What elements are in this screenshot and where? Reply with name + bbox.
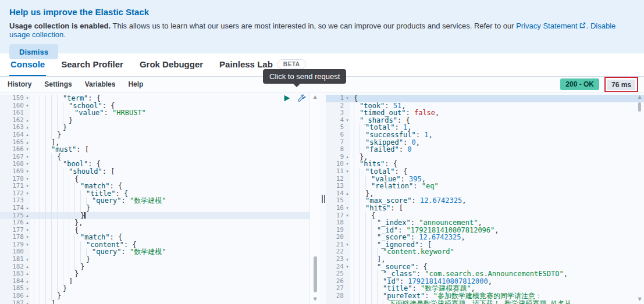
scroll-down-arrow[interactable]: ▼ xyxy=(310,297,320,302)
request-editor[interactable]: 159▾"term": {160▾"school": {161"value": … xyxy=(0,92,309,304)
menu-settings[interactable]: Settings xyxy=(38,80,78,88)
line-number: 166 xyxy=(12,146,24,153)
scroll-up-arrow[interactable]: ▲ xyxy=(310,95,320,99)
code-line: 26"id": 1792181410807812000, xyxy=(326,278,644,285)
code-content: "query": "数学建模" xyxy=(30,248,309,256)
code-content: "match": { xyxy=(30,234,309,241)
line-number: 161 xyxy=(12,109,24,117)
scrollbar-thumb[interactable] xyxy=(638,102,641,112)
code-content: "title": { xyxy=(30,190,309,198)
fold-toggle-icon[interactable]: ▾ xyxy=(24,102,30,110)
resizer-grip-icon xyxy=(322,195,325,203)
code-line: 184▴] xyxy=(0,278,309,285)
privacy-statement-link[interactable]: Privacy Statement xyxy=(516,22,578,30)
scroll-up-arrow[interactable]: ▲ xyxy=(635,95,644,99)
fold-toggle-icon[interactable]: ▴ xyxy=(24,139,30,146)
fold-toggle-icon[interactable]: ▴ xyxy=(24,124,30,131)
usage-collection-banner: Help us improve the Elastic Stack Usage … xyxy=(0,0,644,53)
line-number: 13 xyxy=(336,183,344,190)
line-number: 187 xyxy=(12,300,24,304)
line-number: 176 xyxy=(12,219,24,227)
fold-toggle-icon[interactable]: ▾ xyxy=(344,160,350,168)
fold-toggle-icon[interactable]: ▾ xyxy=(344,205,350,212)
pane-resizer[interactable] xyxy=(320,92,326,304)
fold-toggle-icon[interactable]: ▴ xyxy=(344,256,350,263)
code-content: { xyxy=(30,227,309,234)
tab-grok-debugger[interactable]: Grok Debugger xyxy=(138,53,204,76)
fold-toggle-icon[interactable]: ▴ xyxy=(24,278,30,285)
menu-variables[interactable]: Variables xyxy=(79,80,122,88)
banner-separator: . xyxy=(586,22,590,30)
line-number: 164 xyxy=(12,131,24,139)
fold-toggle-icon[interactable]: ▾ xyxy=(344,263,350,271)
fold-toggle-icon[interactable]: ▴ xyxy=(24,263,30,271)
banner-text: This allows us to learn what our users a… xyxy=(111,22,516,30)
fold-toggle-icon[interactable]: ▾ xyxy=(344,117,350,124)
code-line: 168▾"bool": { xyxy=(0,160,309,168)
fold-toggle-icon[interactable]: ▾ xyxy=(344,95,350,102)
code-line: 159▾"term": { xyxy=(0,95,309,102)
fold-toggle-icon[interactable]: ▾ xyxy=(24,146,30,153)
fold-toggle-icon[interactable]: ▾ xyxy=(24,183,30,190)
fold-toggle-icon[interactable]: ▴ xyxy=(24,256,30,263)
menu-history[interactable]: History xyxy=(1,80,38,88)
line-number: 6 xyxy=(340,131,344,139)
code-content: "must": [ xyxy=(30,146,309,153)
fold-toggle-icon[interactable]: ▾ xyxy=(344,212,350,220)
tab-console[interactable]: Console xyxy=(9,53,46,76)
send-request-button[interactable] xyxy=(282,94,291,103)
banner-title: Help us improve the Elastic Stack xyxy=(9,7,635,17)
fold-toggle-icon[interactable]: ▾ xyxy=(344,241,350,249)
line-number: 183 xyxy=(12,270,24,278)
fold-toggle-icon[interactable]: ▴ xyxy=(24,131,30,139)
tab-search-profiler[interactable]: Search Profiler xyxy=(60,53,124,76)
code-line: 163▴} xyxy=(0,124,309,131)
code-line: 175▴} xyxy=(0,212,309,220)
fold-toggle-icon[interactable]: ▾ xyxy=(24,160,30,168)
response-viewer[interactable]: 1▾{2"took": 51,3"timed_out": false,4▾"_s… xyxy=(326,92,644,304)
text-cursor xyxy=(84,212,86,219)
fold-toggle-icon[interactable]: ▾ xyxy=(24,176,30,183)
code-line: 162▴} xyxy=(0,117,309,124)
request-controls xyxy=(282,94,306,103)
code-content: } xyxy=(30,131,309,139)
code-content: ] xyxy=(30,278,309,285)
fold-toggle-icon[interactable]: ▾ xyxy=(24,234,30,241)
fold-toggle-icon[interactable]: ▾ xyxy=(24,241,30,249)
fold-toggle-icon[interactable]: ▴ xyxy=(24,205,30,212)
response-pane: 1▾{2"took": 51,3"timed_out": false,4▾"_s… xyxy=(326,92,644,304)
code-line: 165▴], xyxy=(0,139,309,146)
code-content: "school": { xyxy=(30,102,309,110)
fold-toggle-icon[interactable]: ▾ xyxy=(24,95,30,102)
fold-toggle-icon[interactable]: ▴ xyxy=(344,153,350,161)
fold-toggle-icon[interactable]: ▴ xyxy=(344,190,350,198)
line-number: 8 xyxy=(340,146,344,153)
fold-toggle-icon[interactable]: ▴ xyxy=(24,212,30,220)
annotation-highlight-box: 76 ms xyxy=(604,77,638,92)
fold-toggle-icon[interactable]: ▾ xyxy=(24,153,30,161)
fold-toggle-icon[interactable]: ▴ xyxy=(24,300,30,304)
code-content: "hits": [ xyxy=(350,205,644,212)
fold-toggle-icon[interactable]: ▴ xyxy=(24,292,30,300)
scroll-down-arrow[interactable]: ▼ xyxy=(635,297,644,302)
fold-toggle-icon[interactable]: ▴ xyxy=(24,117,30,124)
code-line: 21▾"_ignored": [ xyxy=(326,241,644,249)
code-line: 176▴}, xyxy=(0,219,309,227)
request-options-button[interactable] xyxy=(297,94,306,103)
fold-toggle-icon[interactable]: ▴ xyxy=(24,270,30,278)
line-number: 1 xyxy=(340,95,344,102)
code-content: "relation": "eq" xyxy=(350,183,644,190)
fold-toggle-icon[interactable]: ▾ xyxy=(24,168,30,176)
fold-toggle-icon[interactable]: ▴ xyxy=(24,219,30,227)
response-scrollbar: ▲ ▼ xyxy=(635,92,644,304)
code-line: 161"value": "HRBUST" xyxy=(0,109,309,117)
fold-toggle-icon[interactable]: ▴ xyxy=(24,285,30,292)
line-number: 174 xyxy=(12,205,24,212)
scrollbar-thumb[interactable] xyxy=(314,256,317,292)
code-line: 166▾"must": [ xyxy=(0,146,309,153)
fold-toggle-icon[interactable]: ▾ xyxy=(24,190,30,198)
code-content: "match": { xyxy=(30,183,309,190)
menu-help[interactable]: Help xyxy=(122,80,150,88)
fold-toggle-icon[interactable]: ▾ xyxy=(24,227,30,234)
fold-toggle-icon[interactable]: ▾ xyxy=(344,168,350,176)
